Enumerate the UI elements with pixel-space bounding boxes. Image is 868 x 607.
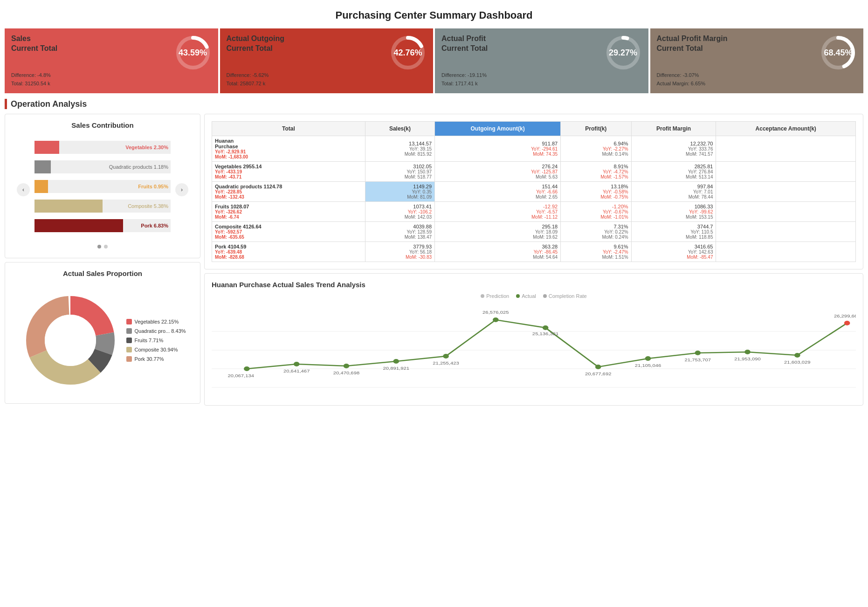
margin-pork: 3416.65YoY: 142.63MoM: -85.47: [631, 242, 716, 262]
label-pork: Pork 4104.59 YoY: -639.48MoM: -828.68: [212, 242, 365, 262]
donut-legend: Vegetables 22.15% Quadratic pro... 8.43%…: [126, 319, 186, 362]
label-vegetables: Vegetables 2955.14 YoY: -433.19MoM: -43.…: [212, 162, 365, 182]
label-7: 25,136,321: [532, 331, 559, 336]
legend-quadratic: Quadratic pro... 8.43%: [126, 328, 186, 334]
bar-row-quadratic: Quadratic products 1.18%: [34, 160, 171, 176]
kpi-value-profit: 29.27%: [609, 48, 637, 58]
prev-arrow[interactable]: ‹: [17, 183, 30, 196]
label-13: 26,299,666: [834, 314, 856, 318]
acceptance-fruits: [716, 202, 856, 222]
kpi-card-sales: SalesCurrent Total 43.59% Difference: -4…: [5, 28, 218, 93]
point-7: [543, 325, 549, 330]
profit-composite: 7.31%YoY: 0.22%MoM: 0.24%: [561, 222, 631, 242]
col-header-total: Total: [212, 122, 365, 136]
donut-title: Actual Sales Proportion: [12, 269, 193, 277]
kpi-card-profit: Actual ProfitCurrent Total 29.27% Differ…: [435, 28, 648, 93]
point-4: [393, 359, 399, 364]
dot-1: [97, 245, 101, 248]
sales-vegetables: 3102.05YoY: 150.97MoM: 518.77: [365, 162, 434, 182]
margin-composite: 3744.7YoY: 110.5MoM: 118.85: [631, 222, 716, 242]
point-3: [344, 364, 350, 368]
legend-actual-label: Actual: [522, 293, 536, 299]
table-card: Total Sales(k) Outgoing Amount(k) Profit…: [204, 114, 863, 269]
bar-row-fruits: Fruits 0.95%: [34, 180, 171, 196]
dot-2: [104, 245, 108, 248]
kpi-difference-outgoing: Difference: -5.62%: [227, 71, 427, 80]
kpi-difference-profit_margin: Difference: -3.07%: [657, 71, 857, 80]
sales-composite: 4039.88YoY: 128.59MoM: 138.47: [365, 222, 434, 242]
col-header-outgoing: Outgoing Amount(k): [435, 122, 561, 136]
label-9: 21,105,046: [635, 363, 661, 368]
label-huanan: HuananPurchase YoY: -2,929.91MoM: -1,683…: [212, 136, 365, 162]
label-1: 20,067,134: [228, 373, 255, 378]
section-bar-icon: [5, 99, 7, 109]
label-12: 21,603,029: [784, 360, 811, 365]
col-header-margin: Profit Margin: [631, 122, 716, 136]
legend-quadratic-label: Quadratic pro... 8.43%: [134, 328, 186, 334]
donut-chart: [19, 289, 122, 392]
next-arrow[interactable]: ›: [175, 183, 188, 196]
kpi-difference-sales: Difference: -4.8%: [11, 71, 212, 80]
point-11: [744, 350, 751, 354]
kpi-bottom-profit_margin: Difference: -3.07% Actual Margin: 6.65%: [657, 71, 857, 88]
point-2: [294, 362, 300, 366]
acceptance-vegetables: [716, 162, 856, 182]
margin-vegetables: 2825.81YoY: 276.84MoM: 513.14: [631, 162, 716, 182]
profit-huanan: 6.94%YoY: -2.27%MoM: 0.14%: [561, 136, 631, 162]
legend-composite-label: Composite 30.94%: [134, 347, 178, 352]
acceptance-quadratic: [716, 182, 856, 202]
table-row-pork: Pork 4104.59 YoY: -639.48MoM: -828.68 37…: [212, 242, 856, 262]
acceptance-huanan: [716, 136, 856, 162]
kpi-total-outgoing: Total: 25807.72 k: [227, 80, 427, 88]
section-title: Operation Analysis: [11, 99, 87, 109]
sales-contribution-title: Sales Contribution: [12, 121, 193, 129]
section-header: Operation Analysis: [5, 99, 863, 109]
kpi-total-sales: Total: 31250.54 k: [11, 80, 212, 88]
kpi-gauge-outgoing: 42.76%: [389, 34, 427, 71]
acceptance-composite: [716, 222, 856, 242]
outgoing-quadratic: 151.44YoY: -6.66MoM: 2.65: [435, 182, 561, 202]
trend-chart-svg: 20,067,134 20,641,467 20,470,698 20,891,…: [212, 304, 856, 397]
bar-chart: ‹ Vegetables 2.30%: [12, 136, 193, 251]
completion-dot: [543, 294, 547, 298]
label-3: 20,470,698: [333, 371, 360, 375]
col-header-acceptance: Acceptance Amount(k): [716, 122, 856, 136]
page-dots: [17, 245, 188, 248]
bar-label-pork: Pork 6.83%: [141, 223, 168, 228]
kpi-value-profit_margin: 68.45%: [824, 48, 852, 58]
kpi-card-outgoing: Actual OutgoingCurrent Total 42.76% Diff…: [220, 28, 434, 93]
legend-vegetables: Vegetables 22.15%: [126, 319, 186, 324]
label-6: 26,576,025: [482, 310, 509, 315]
label-10: 21,753,707: [685, 358, 711, 362]
legend-actual: Actual: [516, 293, 536, 299]
profit-quadratic: 13.18%YoY: -0.58%MoM: -0.75%: [561, 182, 631, 202]
sales-huanan: 13,144.57YoY: 39.15MoM: 815.92: [365, 136, 434, 162]
kpi-bottom-sales: Difference: -4.8% Total: 31250.54 k: [11, 71, 212, 88]
kpi-title-sales: SalesCurrent Total: [11, 34, 57, 54]
legend-fruits-label: Fruits 7.71%: [134, 338, 163, 343]
trend-card: Huanan Purchase Actual Sales Trend Analy…: [204, 273, 863, 406]
sales-fruits: 1073.41YoY: -106.2MoM: 142.03: [365, 202, 434, 222]
kpi-gauge-sales: 43.59%: [174, 34, 212, 71]
legend-pork: Pork 30.77%: [126, 356, 186, 362]
kpi-gauge-profit_margin: 68.45%: [820, 34, 857, 71]
right-panel: Total Sales(k) Outgoing Amount(k) Profit…: [204, 114, 863, 406]
bar-label-fruits: Fruits 0.95%: [138, 184, 168, 189]
outgoing-pork: 363.28YoY: -86.45MoM: 54.64: [435, 242, 561, 262]
kpi-total-profit: Total: 1717.41 k: [441, 80, 642, 88]
kpi-value-outgoing: 42.76%: [393, 48, 422, 58]
bar-row-vegetables: Vegetables 2.30%: [34, 141, 171, 157]
table-row-huanan: HuananPurchase YoY: -2,929.91MoM: -1,683…: [212, 136, 856, 162]
profit-vegetables: 8.91%YoY: -4.72%MoM: -1.57%: [561, 162, 631, 182]
page-title: Purchasing Center Summary Dashboard: [5, 5, 863, 28]
acceptance-pork: [716, 242, 856, 262]
legend-vegetables-label: Vegetables 22.15%: [134, 319, 179, 324]
table-header-row: Total Sales(k) Outgoing Amount(k) Profit…: [212, 122, 856, 136]
kpi-bottom-outgoing: Difference: -5.62% Total: 25807.72 k: [227, 71, 427, 88]
bar-label-quadratic: Quadratic products 1.18%: [109, 164, 168, 170]
table-row-composite: Composite 4126.64 YoY: -592.57MoM: -635.…: [212, 222, 856, 242]
kpi-difference-profit: Difference: -19.11%: [441, 71, 642, 80]
outgoing-huanan: 911.87YoY: -294.61MoM: 74.35: [435, 136, 561, 162]
trend-legend: Prediction Actual Completion Rate: [212, 293, 856, 299]
point-8: [595, 365, 601, 369]
